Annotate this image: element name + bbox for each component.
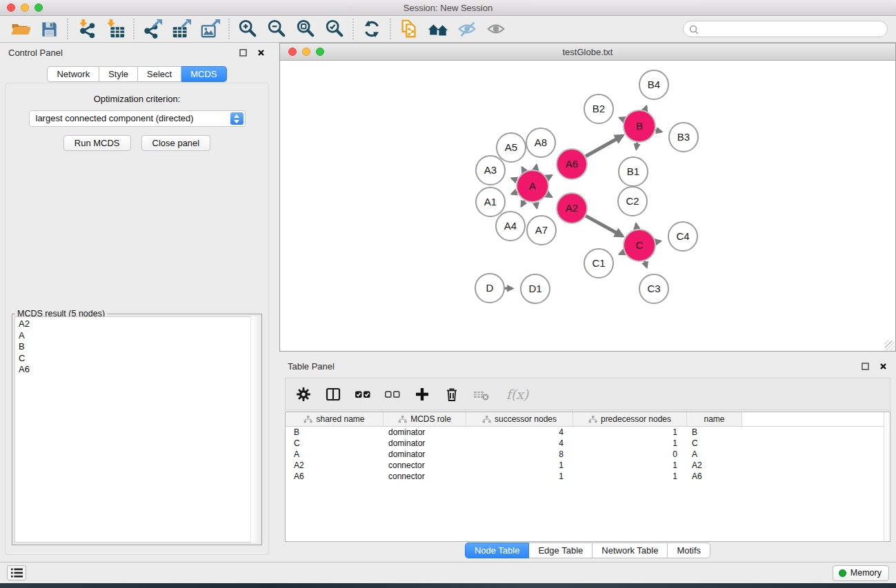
- desktop-background: [0, 583, 896, 588]
- graph-edge-A6-B[interactable]: [586, 136, 623, 156]
- optimization-criterion-select[interactable]: largest connected component (directed): [29, 110, 246, 127]
- graph-edge-A2-C[interactable]: [586, 216, 622, 236]
- graph-edge-A-A7[interactable]: [536, 203, 537, 208]
- zoom-selected-button[interactable]: [320, 17, 349, 41]
- table-row[interactable]: Adominator80A: [286, 449, 890, 460]
- tab-motifs[interactable]: Motifs: [668, 543, 710, 558]
- table-scrollbar[interactable]: [884, 412, 890, 541]
- graph-edge-B-B2[interactable]: [619, 118, 624, 120]
- tab-edge-table[interactable]: Edge Table: [529, 543, 593, 558]
- cell-name: A6: [687, 472, 742, 481]
- select-all-button[interactable]: [354, 385, 372, 403]
- column-header-predecessor-nodes[interactable]: predecessor nodes: [573, 412, 687, 426]
- refresh-layout-button[interactable]: [357, 17, 386, 41]
- gear-icon: [295, 386, 312, 403]
- close-panel-button-mcds[interactable]: Close panel: [141, 135, 211, 151]
- column-header-shared-name[interactable]: shared name: [286, 412, 384, 426]
- result-item[interactable]: A6: [15, 364, 259, 376]
- column-header-label: MCDS role: [410, 414, 451, 424]
- graph-edge-B-B1[interactable]: [637, 143, 637, 150]
- delete-table-icon: [472, 386, 490, 403]
- column-header-name[interactable]: name: [687, 412, 742, 426]
- column-header-successor-nodes[interactable]: successor nodes: [466, 412, 573, 426]
- graph-edge-C-C4[interactable]: [656, 241, 661, 242]
- hide-selected-button[interactable]: [452, 17, 481, 41]
- zoom-out-button[interactable]: [262, 17, 291, 41]
- deselect-all-button[interactable]: [384, 385, 401, 403]
- graph-edge-A-A1[interactable]: [512, 192, 517, 194]
- search-input[interactable]: [683, 21, 888, 37]
- tab-node-table[interactable]: Node Table: [465, 543, 530, 558]
- toolbar-separator: [228, 19, 230, 39]
- control-panel-tabs: NetworkStyleSelectMCDS: [0, 66, 274, 82]
- split-view-button[interactable]: [324, 385, 342, 403]
- control-panel-title: Control Panel: [8, 48, 63, 58]
- import-network-button[interactable]: [72, 17, 101, 41]
- add-column-button[interactable]: [413, 385, 431, 403]
- result-item[interactable]: C: [15, 353, 259, 365]
- zoom-fit-button[interactable]: [291, 17, 320, 41]
- float-panel-button[interactable]: [238, 48, 248, 57]
- result-scrollbar[interactable]: [250, 316, 259, 543]
- result-item[interactable]: A: [15, 330, 259, 342]
- main-toolbar: [0, 16, 896, 43]
- status-bar: Memory: [0, 562, 896, 583]
- memory-button[interactable]: Memory: [833, 565, 889, 581]
- delete-table-button[interactable]: [472, 385, 490, 403]
- graph-edge-A-A4[interactable]: [521, 201, 525, 206]
- graph-edge-C-C3[interactable]: [645, 261, 647, 267]
- graph-edge-B-B3[interactable]: [655, 130, 661, 132]
- graph-node-label-A3: A3: [484, 164, 497, 176]
- task-history-button[interactable]: [7, 565, 26, 580]
- plus-icon: [414, 386, 430, 403]
- import-table-button[interactable]: [101, 17, 130, 41]
- table-row[interactable]: A6connector11A6: [286, 471, 890, 482]
- tab-style[interactable]: Style: [99, 66, 138, 82]
- delete-column-button[interactable]: [443, 385, 461, 403]
- tab-network-table[interactable]: Network Table: [593, 543, 668, 558]
- tab-select[interactable]: Select: [138, 66, 181, 82]
- table-row[interactable]: Cdominator41C: [286, 438, 890, 449]
- export-image-button[interactable]: [196, 17, 225, 41]
- graph-edge-C-C2[interactable]: [636, 224, 637, 230]
- float-table-panel-button[interactable]: [860, 361, 870, 371]
- graph-edge-C-C1[interactable]: [619, 252, 624, 254]
- export-network-button[interactable]: [138, 17, 167, 41]
- result-item[interactable]: B: [15, 341, 259, 353]
- zoom-in-button[interactable]: [233, 17, 262, 41]
- import-table-icon: [105, 19, 126, 39]
- graph-node-label-B: B: [636, 120, 643, 132]
- graph-edge-A-A8[interactable]: [536, 165, 537, 170]
- save-session-button[interactable]: [34, 17, 63, 41]
- float-icon: [239, 49, 247, 57]
- graph-edge-B-B4[interactable]: [645, 106, 646, 110]
- open-session-button[interactable]: [6, 17, 34, 41]
- graph-edge-A-A5[interactable]: [522, 168, 524, 172]
- network-canvas[interactable]: B4B2BB3A5A8A6A3B1AA1C2A2A4A7C4CC1C3DD1: [280, 61, 895, 351]
- function-builder-button[interactable]: f(x): [502, 385, 532, 403]
- graph-node-label-D1: D1: [528, 283, 541, 294]
- cell-successor-nodes: 8: [466, 449, 573, 459]
- tab-network[interactable]: Network: [47, 66, 99, 82]
- run-mcds-button[interactable]: Run MCDS: [63, 135, 131, 151]
- column-header-mcds-role[interactable]: MCDS role: [384, 412, 466, 426]
- result-item[interactable]: A2: [15, 318, 259, 330]
- toolbar-separator: [67, 19, 68, 39]
- resize-grip[interactable]: [885, 341, 895, 350]
- tab-mcds[interactable]: MCDS: [181, 66, 226, 82]
- graph-node-label-B2: B2: [593, 103, 605, 114]
- show-all-button[interactable]: [481, 17, 510, 41]
- close-table-panel-button[interactable]: [878, 361, 888, 371]
- table-settings-button[interactable]: [295, 385, 312, 403]
- cell-name: C: [687, 438, 742, 448]
- graph-edge-A-A2[interactable]: [547, 194, 552, 197]
- new-network-from-selection-button[interactable]: [395, 17, 424, 41]
- first-neighbors-button[interactable]: [424, 17, 452, 41]
- graph-node-label-A1: A1: [484, 196, 497, 207]
- graph-edge-A-A6[interactable]: [547, 176, 552, 179]
- export-table-button[interactable]: [167, 17, 196, 41]
- table-row[interactable]: A2connector11A2: [286, 460, 890, 471]
- table-row[interactable]: Bdominator41B: [286, 427, 890, 438]
- close-panel-button[interactable]: [256, 48, 266, 57]
- graph-edge-A-A3[interactable]: [512, 179, 517, 181]
